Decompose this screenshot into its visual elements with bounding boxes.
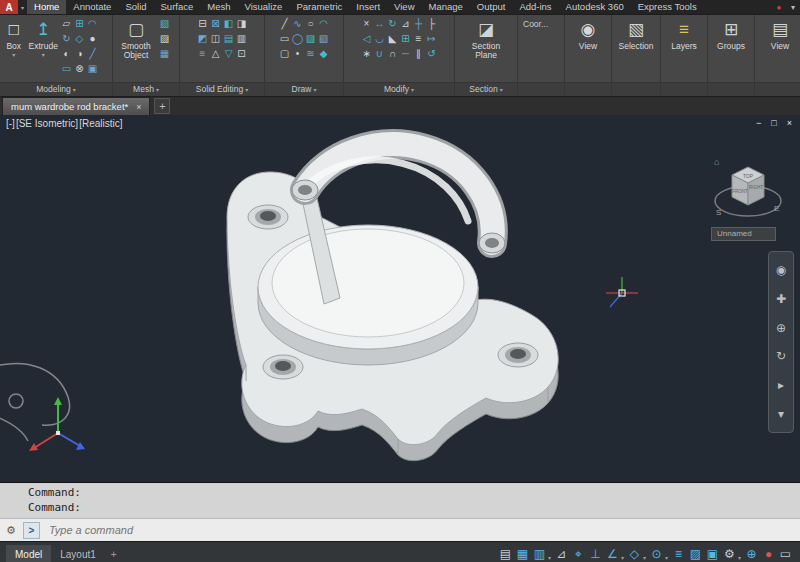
shell-solid-icon[interactable]: ▽: [222, 46, 235, 61]
ribbon-tab-annotate[interactable]: Annotate: [66, 0, 118, 14]
panel-label-section[interactable]: Section▾: [455, 82, 517, 96]
polyline-icon[interactable]: ∿: [291, 16, 304, 31]
model-tab[interactable]: Model: [6, 545, 51, 562]
lengthen-icon[interactable]: ─: [399, 46, 412, 61]
move-faces-icon[interactable]: ⊠: [209, 16, 222, 31]
interfere-icon[interactable]: ⊗: [73, 61, 86, 76]
command-history[interactable]: Command: Command:: [0, 483, 800, 518]
navigation-bar[interactable]: ◉✚⊕↻▸▾: [768, 251, 794, 433]
panel-label-solid-editing[interactable]: Solid Editing▾: [180, 82, 264, 96]
slice-icon[interactable]: ╱: [86, 46, 99, 61]
dropdown-caret-icon[interactable]: ▾: [621, 554, 624, 561]
lineweight-icon[interactable]: ≡: [670, 543, 687, 562]
close-icon[interactable]: ×: [787, 118, 792, 128]
chamfer-icon[interactable]: ◣: [386, 31, 399, 46]
dropdown-caret-icon[interactable]: ▾: [548, 554, 551, 561]
snap-icon[interactable]: ▥: [531, 543, 548, 562]
menu-more-caret-icon[interactable]: ▾: [786, 0, 800, 14]
polar-tracking-icon[interactable]: ∠: [604, 543, 621, 562]
model-viewport[interactable]: [-] [SE Isometric] [Realistic] − □ × ⌂ T…: [0, 115, 800, 482]
restore-icon[interactable]: □: [771, 118, 776, 128]
layout-icon[interactable]: ▤: [497, 543, 514, 562]
smooth-less-icon[interactable]: ▨: [158, 31, 171, 46]
subtract-icon[interactable]: ◐: [60, 46, 73, 61]
ribbon-tab-parametric[interactable]: Parametric: [289, 0, 349, 14]
document-tab-active[interactable]: mum wardrobe rod bracket* ×: [2, 97, 150, 115]
coordinates-panel-label[interactable]: Coor...: [519, 16, 548, 29]
region-icon[interactable]: ◆: [317, 46, 330, 61]
viewcube[interactable]: ⌂ TOP FRONT RIGHT S E: [710, 153, 786, 227]
view-right-button[interactable]: ▤ View: [758, 16, 800, 51]
clean-screen-icon[interactable]: ▭: [777, 543, 794, 562]
boundary-icon[interactable]: ▢: [278, 46, 291, 61]
panel-label-modeling[interactable]: Modeling▾: [0, 82, 112, 96]
dynamic-input-icon[interactable]: ⌖: [570, 543, 587, 562]
ribbon-tab-solid[interactable]: Solid: [118, 0, 153, 14]
align-icon[interactable]: ∥: [412, 46, 425, 61]
delete-faces-icon[interactable]: ◨: [235, 16, 248, 31]
polysolid-icon[interactable]: ▱: [60, 16, 73, 31]
ribbon-tab-express-tools[interactable]: Express Tools: [631, 0, 704, 14]
record-icon[interactable]: ●: [772, 0, 786, 14]
point-icon[interactable]: •: [291, 46, 304, 61]
viewport-controls-label[interactable]: [-] [SE Isometric] [Realistic]: [6, 118, 123, 129]
ribbon-tab-surface[interactable]: Surface: [154, 0, 201, 14]
bracket-3d-model[interactable]: [227, 144, 558, 460]
osnap-icon[interactable]: ⊙: [648, 543, 665, 562]
view-button[interactable]: ◉ View: [566, 16, 610, 51]
ribbon-tab-home[interactable]: Home: [27, 0, 66, 14]
shell-icon[interactable]: ▭: [60, 61, 73, 76]
isolate-objects-icon[interactable]: ●: [760, 543, 777, 562]
layout1-tab[interactable]: Layout1: [51, 545, 105, 562]
taper-faces-icon[interactable]: ▤: [222, 31, 235, 46]
join-icon[interactable]: ∪: [373, 46, 386, 61]
revolve-icon[interactable]: ↻: [60, 31, 73, 46]
dropdown-caret-icon[interactable]: ▾: [738, 554, 741, 561]
array-icon[interactable]: ⊞: [399, 31, 412, 46]
check-solid-icon[interactable]: ⊡: [235, 46, 248, 61]
offset-faces-icon[interactable]: ◧: [222, 16, 235, 31]
ribbon-tab-insert[interactable]: Insert: [349, 0, 387, 14]
offset-icon[interactable]: ≡: [412, 31, 425, 46]
navigation-wheel-icon[interactable]: ◉: [771, 261, 791, 279]
presspull-icon[interactable]: ⊞: [73, 16, 86, 31]
model-canvas[interactable]: [0, 115, 800, 482]
intersect-icon[interactable]: ◑: [73, 46, 86, 61]
dropdown-caret-icon[interactable]: ▾: [12, 52, 15, 58]
new-drawing-tab-button[interactable]: +: [154, 98, 170, 114]
box-button[interactable]: □ Box ▾: [1, 16, 27, 58]
isodraft-icon[interactable]: ◇: [626, 543, 643, 562]
view-controls-menu[interactable]: [SE Isometric]: [16, 118, 78, 129]
ribbon-tab-manage[interactable]: Manage: [422, 0, 470, 14]
rotate-icon[interactable]: ↻: [386, 16, 399, 31]
viewcube-compass-south[interactable]: S: [716, 208, 721, 217]
extrude-faces-icon[interactable]: ⊟: [196, 16, 209, 31]
zoom-icon[interactable]: ⊕: [771, 319, 791, 337]
selection-button[interactable]: ▧ Selection: [614, 16, 658, 51]
orbit-icon[interactable]: ↻: [771, 347, 791, 365]
stretch-icon[interactable]: ↦: [425, 31, 438, 46]
section-plane-button[interactable]: ◪ Section Plane: [464, 16, 508, 60]
navbar-more-icon[interactable]: ▾: [771, 405, 791, 423]
selection-cycling-icon[interactable]: ▣: [704, 543, 721, 562]
command-input[interactable]: [47, 523, 800, 537]
viewcube-home-icon[interactable]: ⌂: [714, 157, 719, 167]
fillet-edge-icon[interactable]: ◩: [196, 31, 209, 46]
thicken-icon[interactable]: ▣: [86, 61, 99, 76]
ortho-icon[interactable]: ⊥: [587, 543, 604, 562]
pan-icon[interactable]: ✚: [771, 290, 791, 308]
copy-edges-icon[interactable]: ▥: [235, 31, 248, 46]
gradient-icon[interactable]: ▧: [317, 31, 330, 46]
fillet-icon[interactable]: ◡: [373, 31, 386, 46]
ucs-unnamed-button[interactable]: Unnamed: [711, 227, 776, 241]
sweep-icon[interactable]: ◠: [86, 16, 99, 31]
viewcube-right-face[interactable]: RIGHT: [749, 185, 763, 190]
transparency-icon[interactable]: ▨: [687, 543, 704, 562]
union-icon[interactable]: ●: [86, 31, 99, 46]
move-icon[interactable]: ↔: [373, 16, 386, 31]
color-faces-icon[interactable]: ≡: [196, 46, 209, 61]
ribbon-tab-output[interactable]: Output: [470, 0, 513, 14]
explode-icon[interactable]: ∗: [360, 46, 373, 61]
rotate3d-icon[interactable]: ↺: [425, 46, 438, 61]
layers-button[interactable]: ≡ Layers: [662, 16, 706, 51]
